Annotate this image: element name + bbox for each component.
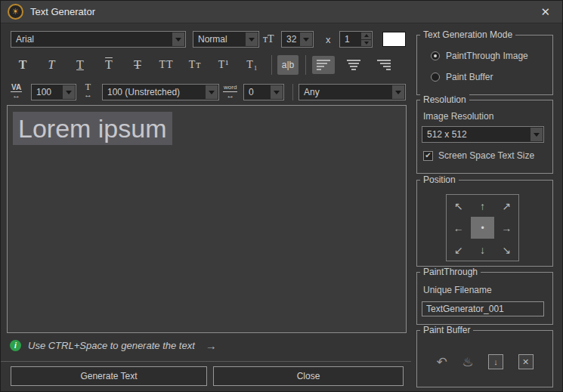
group-title: PaintThrough: [420, 267, 481, 277]
check-icon: ✔: [425, 152, 431, 159]
chevron-down-icon[interactable]: [392, 85, 404, 99]
position-down-left-button[interactable]: ↙: [447, 239, 471, 261]
chevron-down-icon[interactable]: [172, 32, 184, 46]
radio-paintthrough-image[interactable]: PaintThrough Image: [425, 51, 528, 61]
toolbar-separator: [292, 84, 293, 100]
word-spacing-icon: word ↔: [223, 83, 237, 99]
undo-icon[interactable]: ↶: [437, 356, 447, 369]
clear-buffer-icon[interactable]: ✕: [518, 354, 534, 369]
align-right-button[interactable]: [373, 56, 395, 74]
bake-icon[interactable]: ♨: [462, 356, 473, 369]
stepper-up-button[interactable]: [361, 32, 371, 39]
screen-space-checkbox-row[interactable]: ✔ Screen Space Text Size: [423, 150, 534, 161]
chevron-down-icon[interactable]: [63, 85, 75, 99]
text-color-swatch[interactable]: [382, 32, 406, 47]
radio-label: Paint Buffer: [446, 72, 493, 82]
sun-icon: ☀: [12, 8, 20, 16]
position-group: Position ↖ ↑ ↗ ← • → ↙ ↓ ↘: [416, 180, 553, 267]
position-up-right-button[interactable]: ↗: [494, 195, 518, 217]
radio-paint-buffer[interactable]: Paint Buffer: [425, 72, 493, 82]
image-resolution-select[interactable]: 512 x 512: [422, 126, 544, 143]
font-size-value: 32: [282, 34, 299, 45]
chevron-down-icon[interactable]: [271, 85, 283, 99]
footer-divider: [1, 361, 411, 362]
letter-spacing-select[interactable]: 100: [31, 84, 76, 100]
superscript-button[interactable]: T¹: [213, 55, 234, 75]
size-multiplier-label: x: [326, 34, 331, 45]
app-icon: ☀: [8, 4, 23, 20]
kerning-button[interactable]: a|b: [277, 55, 299, 75]
group-title: Position: [420, 174, 459, 185]
checkbox-icon[interactable]: ✔: [423, 151, 433, 161]
strikethrough-button[interactable]: T: [127, 55, 148, 75]
hint-text: Use CTRL+Space to generate the text: [28, 340, 195, 351]
group-title: Text Generation Mode: [420, 29, 515, 40]
italic-button[interactable]: T: [41, 55, 62, 75]
position-right-button[interactable]: →: [494, 217, 518, 239]
text-generation-mode-group: Text Generation Mode PaintThrough Image …: [416, 35, 553, 95]
arrow-right-icon: →: [206, 339, 217, 352]
text-editor[interactable]: Lorem ipsum: [7, 105, 407, 333]
font-style-select[interactable]: Normal: [193, 31, 259, 48]
paint-buffer-toolbar: ↶ ♨ ↓ ✕: [422, 349, 548, 375]
chevron-down-icon[interactable]: [206, 85, 218, 99]
chevron-down-icon[interactable]: [531, 128, 543, 141]
position-grid: ↖ ↑ ↗ ← • → ↙ ↓ ↘: [446, 194, 519, 261]
font-family-value: Arial: [11, 34, 172, 45]
toolbar-separator: [271, 55, 272, 75]
group-title: Paint Buffer: [420, 325, 473, 335]
info-icon: i: [10, 340, 21, 351]
align-center-icon: [347, 60, 360, 70]
align-left-icon: [317, 60, 330, 70]
font-family-select[interactable]: Arial: [11, 31, 186, 48]
position-up-button[interactable]: ↑: [471, 195, 495, 217]
position-up-left-button[interactable]: ↖: [447, 195, 471, 217]
position-left-button[interactable]: ←: [447, 217, 471, 239]
overline-button[interactable]: T: [98, 55, 119, 75]
chevron-down-icon[interactable]: [246, 32, 258, 46]
stepper-down-button[interactable]: [361, 40, 371, 47]
window-title: Text Generator: [30, 6, 95, 17]
align-left-button[interactable]: [312, 56, 335, 74]
radio-icon[interactable]: [431, 73, 440, 82]
stretch-select[interactable]: 100 (Unstretched): [102, 84, 219, 100]
paint-buffer-group: Paint Buffer ↶ ♨ ↓ ✕: [416, 330, 553, 387]
group-title: Resolution: [420, 94, 469, 105]
align-right-icon: [377, 60, 391, 70]
bold-button[interactable]: T: [12, 55, 33, 75]
unique-filename-label: Unique Filename: [423, 285, 492, 295]
subscript-button[interactable]: T₁: [242, 55, 263, 75]
size-multiplier-stepper[interactable]: 1: [339, 31, 373, 48]
toolbar-separator: [305, 55, 306, 75]
radio-icon[interactable]: [431, 51, 440, 60]
image-resolution-label: Image Resolution: [423, 111, 493, 122]
font-style-value: Normal: [193, 34, 245, 45]
radio-label: PaintThrough Image: [446, 51, 528, 61]
titlebar: ☀ Text Generator ✕: [1, 1, 562, 23]
smallcaps-button[interactable]: Tᴛ: [184, 55, 206, 75]
position-down-button[interactable]: ↓: [471, 239, 495, 261]
hint-row: i Use CTRL+Space to generate the text →: [10, 338, 217, 352]
align-center-button[interactable]: [342, 56, 365, 74]
position-center-button[interactable]: •: [471, 217, 495, 239]
close-button[interactable]: Close: [213, 366, 404, 386]
position-down-right-button[interactable]: ↘: [494, 239, 518, 261]
editor-text: Lorem ipsum: [13, 112, 172, 145]
resolution-group: Resolution Image Resolution 512 x 512 ✔ …: [416, 100, 553, 174]
stretch-icon: T ↔: [84, 83, 92, 98]
paintthrough-group: PaintThrough Unique Filename TextGenerat…: [416, 272, 553, 325]
size-multiplier-value: 1: [340, 34, 360, 45]
font-size-icon: ᴛT: [263, 33, 274, 45]
font-filter-select[interactable]: Any: [299, 84, 406, 100]
underline-button[interactable]: T: [70, 55, 91, 75]
close-window-button[interactable]: ✕: [535, 5, 555, 20]
font-size-select[interactable]: 32: [281, 31, 314, 48]
generate-text-button[interactable]: Generate Text: [11, 366, 207, 386]
unique-filename-input[interactable]: TextGenerator_001: [422, 301, 544, 316]
letter-spacing-icon: VA ↔: [11, 83, 22, 99]
checkbox-label: Screen Space Text Size: [438, 150, 534, 161]
chevron-down-icon[interactable]: [300, 32, 312, 46]
uppercase-button[interactable]: TT: [156, 55, 177, 75]
stamp-icon[interactable]: ↓: [488, 354, 503, 369]
word-spacing-select[interactable]: 0: [243, 84, 284, 100]
